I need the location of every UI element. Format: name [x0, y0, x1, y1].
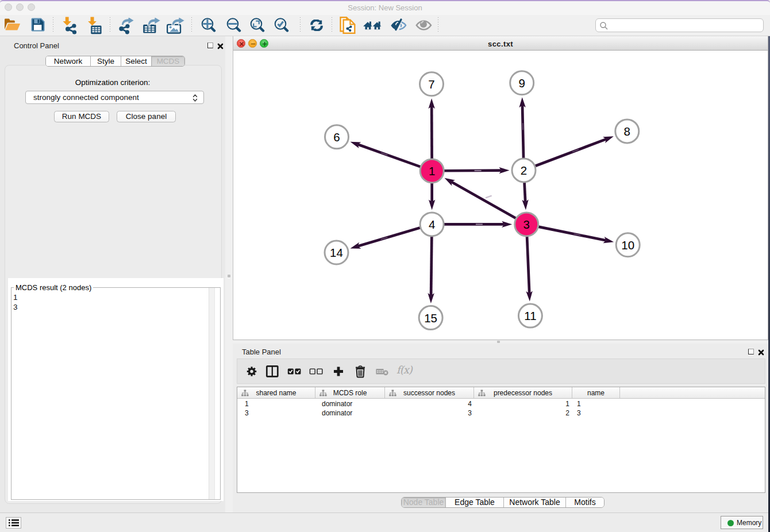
- show-columns-icon[interactable]: [264, 364, 280, 379]
- table-panel-float-icon[interactable]: [748, 349, 754, 354]
- table-cell[interactable]: dominator: [315, 399, 385, 408]
- edge-3-11[interactable]: [527, 236, 529, 293]
- add-icon[interactable]: [330, 364, 346, 379]
- edge-3-10[interactable]: [538, 227, 606, 241]
- zout-glyph: [225, 16, 241, 33]
- tab-edge-table[interactable]: Edge Table: [446, 498, 504, 507]
- edge-2-8[interactable]: [535, 139, 606, 166]
- tab-motifs[interactable]: Motifs: [566, 498, 604, 507]
- edge-1-2[interactable]: [444, 171, 502, 171]
- zoom-out-icon[interactable]: [225, 16, 241, 33]
- search-input[interactable]: [611, 20, 760, 31]
- tab-style[interactable]: Style: [91, 56, 121, 66]
- search-box[interactable]: [595, 18, 764, 32]
- network-window-titlebar[interactable]: scc.txt: [233, 36, 768, 51]
- edge-4-15[interactable]: [431, 236, 432, 295]
- table-row[interactable]: 3dominator323: [237, 408, 765, 418]
- toolbar-separator: [438, 17, 438, 32]
- window-titlebar: Session: New Session: [0, 0, 770, 15]
- task-history-button[interactable]: [6, 517, 21, 529]
- export-table-icon[interactable]: [141, 15, 161, 32]
- table-panel-close-icon[interactable]: [758, 349, 764, 356]
- table-row[interactable]: 1dominator411: [237, 399, 765, 408]
- table-cell[interactable]: 1: [572, 399, 620, 408]
- mcds-result-list[interactable]: 1 3: [13, 293, 18, 312]
- table-cell[interactable]: 3: [237, 408, 315, 418]
- splitter-handle[interactable]: [228, 275, 230, 277]
- table-cell[interactable]: 3: [385, 408, 474, 418]
- column-label: name: [587, 389, 605, 397]
- tab-network[interactable]: Network: [46, 56, 91, 66]
- mcds-result-title: MCDS result (2 nodes): [14, 283, 93, 292]
- column-header-predecessor-nodes[interactable]: predecessor nodes: [474, 387, 572, 399]
- network-canvas[interactable]: 1234678910111415: [233, 51, 768, 340]
- control-panel-float-icon[interactable]: [207, 43, 213, 48]
- unchecked-glyph: [308, 364, 324, 379]
- zoom-selected-icon[interactable]: [273, 16, 289, 33]
- node-label-2: 2: [521, 164, 527, 177]
- window-title: Session: New Session: [0, 3, 770, 12]
- column-header-name[interactable]: name: [572, 387, 620, 399]
- toolbar-separator: [332, 17, 332, 32]
- deselect-all-icon[interactable]: [308, 364, 324, 379]
- home-icon[interactable]: [363, 19, 382, 36]
- tab-network-table[interactable]: Network Table: [504, 498, 566, 507]
- table-cell[interactable]: 4: [385, 399, 474, 408]
- memory-button[interactable]: Memory: [721, 516, 763, 529]
- toolbar-separator: [110, 17, 110, 32]
- criterion-select[interactable]: strongly connected component: [25, 91, 204, 104]
- hide-eye-icon[interactable]: [390, 17, 407, 34]
- tab-select[interactable]: Select: [121, 56, 152, 66]
- table-cell[interactable]: 3: [572, 408, 620, 418]
- control-panel-close-icon[interactable]: [217, 43, 224, 49]
- edge-1-6[interactable]: [358, 144, 421, 167]
- zoom-fit-icon[interactable]: [249, 16, 265, 33]
- vertical-splitter[interactable]: [225, 36, 233, 512]
- search-icon: [599, 21, 609, 30]
- gear-glyph: [244, 364, 260, 379]
- import-table-icon[interactable]: [87, 17, 103, 34]
- table-cell[interactable]: 2: [474, 408, 572, 418]
- table-header-row[interactable]: shared nameMCDS rolesuccessor nodesprede…: [237, 387, 765, 399]
- share-document-icon[interactable]: [338, 16, 356, 33]
- select-all-icon[interactable]: [286, 364, 302, 379]
- chevrons-glyph: [192, 94, 198, 102]
- edge-2-9[interactable]: [522, 105, 523, 158]
- zoom-in-icon[interactable]: [200, 16, 216, 33]
- save-session-icon[interactable]: [30, 17, 45, 34]
- node-label-7: 7: [428, 78, 434, 91]
- refresh-glyph: [310, 20, 323, 31]
- show-eye-icon[interactable]: [415, 19, 433, 36]
- close-x-glyph: [758, 349, 764, 356]
- run-mcds-button[interactable]: Run MCDS: [54, 111, 109, 122]
- tab-mcds[interactable]: MCDS: [152, 56, 184, 66]
- control-panel: Control Panel NetworkStyleSelectMCDS Opt…: [0, 36, 225, 512]
- table-cell[interactable]: 1: [474, 399, 572, 408]
- cols-glyph: [264, 364, 280, 379]
- column-type-icon: [389, 390, 396, 396]
- splitter-handle[interactable]: [497, 341, 500, 343]
- column-header-shared-name[interactable]: shared name: [237, 387, 315, 399]
- table-cell[interactable]: dominator: [315, 408, 385, 418]
- close-panel-button[interactable]: Close panel: [117, 111, 176, 122]
- refresh-icon[interactable]: [310, 20, 323, 37]
- node-table[interactable]: shared nameMCDS rolesuccessor nodesprede…: [237, 387, 765, 493]
- node-label-4: 4: [429, 218, 435, 231]
- import-network-icon[interactable]: [62, 17, 77, 34]
- export-network-icon[interactable]: [117, 16, 135, 33]
- delete-icon[interactable]: [352, 364, 368, 379]
- open-session-icon[interactable]: [4, 18, 21, 35]
- status-bar: Memory: [0, 512, 770, 532]
- edge-4-14[interactable]: [358, 228, 421, 246]
- column-header-successor-nodes[interactable]: successor nodes: [385, 387, 474, 399]
- tab-node-table[interactable]: Node Table: [402, 498, 446, 507]
- export-image-icon[interactable]: [167, 15, 186, 32]
- edge-2-3[interactable]: [525, 182, 526, 202]
- result-scrollbar[interactable]: [209, 288, 215, 499]
- table-settings-icon[interactable]: [244, 364, 260, 379]
- table-cell[interactable]: 1: [237, 399, 315, 408]
- edge-3-1[interactable]: [451, 182, 515, 218]
- network-window: scc.txt 1234678910111415: [233, 36, 768, 340]
- column-header-MCDS-role[interactable]: MCDS role: [315, 387, 385, 399]
- column-label: MCDS role: [333, 389, 367, 397]
